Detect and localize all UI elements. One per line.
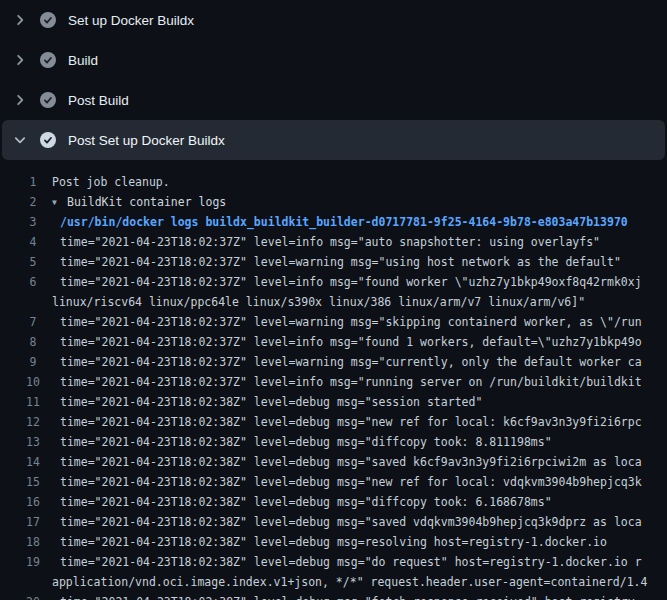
log-line-number[interactable]: 11: [20, 392, 46, 412]
log-line-number[interactable]: 18: [20, 532, 46, 552]
log-line-text: ▼BuildKit container logs: [46, 192, 226, 212]
log-line-number[interactable]: 6: [20, 272, 46, 292]
log-line-content: time="2021-04-23T18:02:38Z" level=debug …: [60, 495, 552, 509]
log-line-content: time="2021-04-23T18:02:38Z" level=debug …: [60, 415, 642, 429]
log-line: application/vnd.oci.image.index.v1+json,…: [0, 572, 667, 592]
log-line-text: time="2021-04-23T18:02:38Z" level=debug …: [46, 552, 642, 572]
log-line-number[interactable]: 9: [20, 352, 46, 372]
log-line-content: time="2021-04-23T18:02:38Z" level=debug …: [60, 455, 642, 469]
log-line-content: time="2021-04-23T18:02:38Z" level=debug …: [60, 535, 607, 549]
log-line-text: time="2021-04-23T18:02:38Z" level=debug …: [46, 452, 642, 472]
log-line-text: application/vnd.oci.image.index.v1+json,…: [46, 572, 647, 592]
log-line-text: time="2021-04-23T18:02:37Z" level=warnin…: [46, 252, 621, 272]
log-line-content: time="2021-04-23T18:02:37Z" level=warnin…: [60, 315, 642, 329]
log-line-content: time="2021-04-23T18:02:37Z" level=warnin…: [60, 355, 642, 369]
log-line-number[interactable]: 15: [20, 472, 46, 492]
log-line-number[interactable]: 14: [20, 452, 46, 472]
log-line-content: time="2021-04-23T18:02:37Z" level=warnin…: [60, 255, 621, 269]
chevron-right-icon: [12, 12, 28, 28]
step-header-2[interactable]: Build: [0, 40, 667, 80]
log-line-text: time="2021-04-23T18:02:38Z" level=debug …: [46, 432, 552, 452]
log-line-number[interactable]: 4: [20, 232, 46, 252]
log-line-text: time="2021-04-23T18:02:37Z" level=warnin…: [46, 312, 642, 332]
log-line: 14 time="2021-04-23T18:02:38Z" level=deb…: [0, 452, 667, 472]
log-line-content: BuildKit container logs: [67, 195, 226, 209]
log-line-content: time="2021-04-23T18:02:38Z" level=debug …: [60, 595, 642, 600]
log-line-number[interactable]: 5: [20, 252, 46, 272]
log-line-text: time="2021-04-23T18:02:37Z" level=info m…: [46, 372, 642, 392]
log-line: 15 time="2021-04-23T18:02:38Z" level=deb…: [0, 472, 667, 492]
log-line-content: time="2021-04-23T18:02:38Z" level=debug …: [60, 475, 642, 489]
chevron-right-icon: [12, 52, 28, 68]
log-line: 3 /usr/bin/docker logs buildx_buildkit_b…: [0, 212, 667, 232]
log-line-content: time="2021-04-23T18:02:38Z" level=debug …: [60, 395, 482, 409]
log-line: 20 time="2021-04-23T18:02:38Z" level=deb…: [0, 592, 667, 600]
log-line-content: /usr/bin/docker logs buildx_buildkit_bui…: [60, 215, 628, 229]
log-line-number[interactable]: 1: [20, 172, 46, 192]
log-line-number[interactable]: 17: [20, 512, 46, 532]
group-disclosure-icon[interactable]: ▼: [52, 193, 61, 212]
log-line: 18 time="2021-04-23T18:02:38Z" level=deb…: [0, 532, 667, 552]
log-line-text: time="2021-04-23T18:02:37Z" level=info m…: [46, 272, 642, 292]
log-line[interactable]: 2 ▼BuildKit container logs: [0, 192, 667, 212]
log-line-number[interactable]: 3: [20, 212, 46, 232]
log-line-text: time="2021-04-23T18:02:38Z" level=debug …: [46, 472, 642, 492]
step-header-4[interactable]: Post Set up Docker Buildx: [2, 120, 665, 160]
log-line-text: /usr/bin/docker logs buildx_buildkit_bui…: [46, 212, 628, 232]
log-line: 16 time="2021-04-23T18:02:38Z" level=deb…: [0, 492, 667, 512]
log-line-number[interactable]: 10: [20, 372, 46, 392]
log-line-content: time="2021-04-23T18:02:38Z" level=debug …: [60, 555, 642, 569]
log-line: 13 time="2021-04-23T18:02:38Z" level=deb…: [0, 432, 667, 452]
log-line: linux/riscv64 linux/ppc64le linux/s390x …: [0, 292, 667, 312]
log-line-number[interactable]: 19: [20, 552, 46, 572]
check-circle-icon: [40, 52, 56, 68]
log-line-text: time="2021-04-23T18:02:38Z" level=debug …: [46, 532, 607, 552]
log-line-text: time="2021-04-23T18:02:38Z" level=debug …: [46, 392, 482, 412]
log-line-text: time="2021-04-23T18:02:38Z" level=debug …: [46, 592, 642, 600]
step-label: Post Build: [68, 93, 129, 108]
log-line-number[interactable]: 20: [20, 592, 46, 600]
log-line: 6 time="2021-04-23T18:02:37Z" level=info…: [0, 272, 667, 292]
log-line: 7 time="2021-04-23T18:02:37Z" level=warn…: [0, 312, 667, 332]
log-line-number[interactable]: 2: [20, 192, 46, 212]
log-line-content: application/vnd.oci.image.index.v1+json,…: [52, 575, 647, 589]
log-line-number[interactable]: 8: [20, 332, 46, 352]
log-line-content: time="2021-04-23T18:02:37Z" level=info m…: [60, 335, 642, 349]
log-line-number[interactable]: 16: [20, 492, 46, 512]
log-line: 1 Post job cleanup.: [0, 172, 667, 192]
check-circle-icon: [40, 12, 56, 28]
log-line: 4 time="2021-04-23T18:02:37Z" level=info…: [0, 232, 667, 252]
log-line: 8 time="2021-04-23T18:02:37Z" level=info…: [0, 332, 667, 352]
log-line-text: time="2021-04-23T18:02:38Z" level=debug …: [46, 512, 642, 532]
log-line: 12 time="2021-04-23T18:02:38Z" level=deb…: [0, 412, 667, 432]
step-label: Set up Docker Buildx: [68, 13, 194, 28]
log-line: 9 time="2021-04-23T18:02:37Z" level=warn…: [0, 352, 667, 372]
log-line-number[interactable]: [20, 292, 46, 312]
log-line-text: linux/riscv64 linux/ppc64le linux/s390x …: [46, 292, 585, 312]
log-line-content: Post job cleanup.: [52, 175, 170, 189]
log-line: 19 time="2021-04-23T18:02:38Z" level=deb…: [0, 552, 667, 572]
log-area: 1 Post job cleanup. 2 ▼BuildKit containe…: [0, 160, 667, 600]
step-label: Build: [68, 53, 98, 68]
log-line: 17 time="2021-04-23T18:02:38Z" level=deb…: [0, 512, 667, 532]
step-header-3[interactable]: Post Build: [0, 80, 667, 120]
log-line-number[interactable]: [20, 572, 46, 592]
log-line-number[interactable]: 7: [20, 312, 46, 332]
log-line-content: linux/riscv64 linux/ppc64le linux/s390x …: [52, 295, 585, 309]
step-label: Post Set up Docker Buildx: [68, 133, 225, 148]
check-circle-icon: [40, 92, 56, 108]
log-line-content: time="2021-04-23T18:02:37Z" level=info m…: [60, 275, 642, 289]
step-header-1[interactable]: Set up Docker Buildx: [0, 0, 667, 40]
log-line-text: Post job cleanup.: [46, 172, 170, 192]
log-line-content: time="2021-04-23T18:02:37Z" level=info m…: [60, 235, 600, 249]
check-circle-icon: [40, 132, 56, 148]
log-line-text: time="2021-04-23T18:02:38Z" level=debug …: [46, 492, 552, 512]
log-line: 10 time="2021-04-23T18:02:37Z" level=inf…: [0, 372, 667, 392]
log-line: 5 time="2021-04-23T18:02:37Z" level=warn…: [0, 252, 667, 272]
log-line: 11 time="2021-04-23T18:02:38Z" level=deb…: [0, 392, 667, 412]
log-line-number[interactable]: 12: [20, 412, 46, 432]
actions-log-viewer: Set up Docker Buildx Build: [0, 0, 667, 600]
log-line-number[interactable]: 13: [20, 432, 46, 452]
chevron-right-icon: [12, 92, 28, 108]
log-line-text: time="2021-04-23T18:02:37Z" level=info m…: [46, 332, 642, 352]
